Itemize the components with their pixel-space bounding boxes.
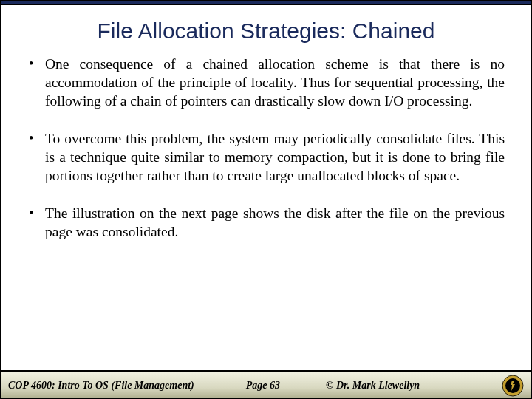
bullet-item: One consequence of a chained allocation … bbox=[27, 55, 505, 111]
footer-course: COP 4600: Intro To OS (File Management) bbox=[8, 380, 194, 392]
slide-title: File Allocation Strategies: Chained bbox=[1, 5, 531, 55]
ucf-logo-icon bbox=[502, 375, 524, 397]
slide-container: File Allocation Strategies: Chained One … bbox=[0, 0, 532, 399]
footer-page: Page 63 bbox=[246, 380, 280, 392]
bullet-item: To overcome this problem, the system may… bbox=[27, 130, 505, 185]
bullet-item: The illustration on the next page shows … bbox=[27, 205, 505, 242]
footer-author: © Dr. Mark Llewellyn bbox=[326, 380, 420, 392]
slide-content: One consequence of a chained allocation … bbox=[1, 55, 531, 370]
slide-footer: COP 4600: Intro To OS (File Management) … bbox=[1, 370, 531, 398]
